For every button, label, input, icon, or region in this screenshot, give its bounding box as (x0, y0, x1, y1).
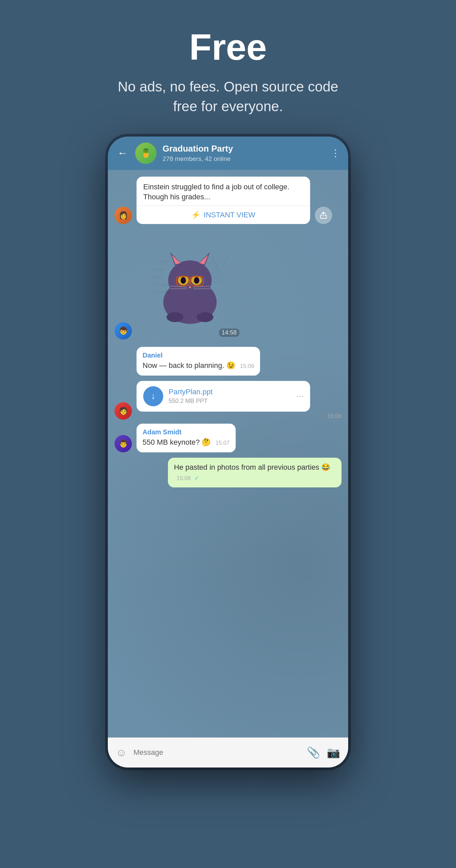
svg-point-19 (168, 260, 212, 301)
own-message: He pasted in photos from all previous pa… (115, 458, 341, 488)
phone-mockup: ← 🍍 Graduation Party 278 members, 42 onl… (108, 136, 348, 768)
hero-section: Free No ads, no fees. Open source code f… (101, 0, 355, 136)
daniel-bubble: Daniel Now — back to planning. 😉 15:06 (136, 347, 260, 376)
chat-header: ← 🍍 Graduation Party 278 members, 42 onl… (108, 136, 348, 170)
daniel-text: Now — back to planning. 😉 15:06 (143, 361, 254, 371)
own-text: He pasted in photos from all previous pa… (174, 462, 335, 483)
avatar-guy1: 👦 (115, 322, 132, 340)
phone-wrapper: ← 🍍 Graduation Party 278 members, 42 onl… (0, 136, 456, 781)
check-icon: ✓ (194, 475, 199, 482)
daniel-time: 15:06 (240, 363, 254, 369)
adam-text: 550 MB keynote? 🤔 15:07 (143, 437, 230, 448)
svg-point-37 (196, 312, 213, 322)
instant-view-label: INSTANT VIEW (204, 211, 255, 219)
article-text: Einstein struggled to find a job out of … (136, 177, 310, 206)
message-input[interactable] (133, 748, 300, 757)
avatar-guy3: 👨 (115, 435, 132, 452)
adam-time: 15:07 (215, 440, 230, 446)
input-bar: ☺ 📎 📷 (108, 738, 348, 768)
file-container: ↓ PartyPlan.ppt 550.2 MB PPT ⋯ 15:06 (136, 381, 341, 420)
group-name: Graduation Party (162, 144, 325, 154)
group-info: Graduation Party 278 members, 42 online (162, 144, 325, 163)
own-time: 15:08 (177, 475, 191, 482)
file-message: 🧑 ↓ PartyPlan.ppt 550.2 MB PPT ⋯ 15:06 (115, 381, 341, 420)
article-bubble: Einstein struggled to find a job out of … (136, 177, 310, 224)
svg-point-26 (181, 277, 186, 284)
share-icon (320, 211, 328, 219)
group-avatar-emoji: 🍍 (141, 148, 151, 158)
instant-view-button[interactable]: ⚡ INSTANT VIEW (136, 206, 310, 224)
more-button[interactable]: ⋮ (331, 148, 340, 159)
file-time: 15:06 (136, 413, 341, 420)
sender-daniel: Daniel (143, 351, 254, 359)
avatar-girl: 👩 (115, 207, 132, 224)
sender-adam: Adam Smidt (143, 428, 230, 436)
group-avatar: 🍍 (135, 143, 157, 164)
download-icon[interactable]: ↓ (143, 386, 163, 406)
article-message: 👩 Einstein struggled to find a job out o… (115, 177, 341, 224)
file-bubble: ↓ PartyPlan.ppt 550.2 MB PPT ⋯ (136, 381, 310, 412)
back-button[interactable]: ← (116, 146, 129, 161)
hero-subtitle: No ads, no fees. Open source code free f… (115, 77, 341, 117)
sticker-time: 14:58 (219, 329, 239, 337)
file-size: 550.2 MB PPT (169, 398, 213, 405)
camera-button[interactable]: 📷 (327, 746, 340, 759)
avatar-guy2: 🧑 (115, 402, 132, 420)
emoji-button[interactable]: ☺ (116, 746, 127, 759)
group-members: 278 members, 42 online (162, 155, 325, 163)
svg-point-27 (194, 277, 199, 284)
chat-body: 👩 Einstein struggled to find a job out o… (108, 170, 348, 738)
sticker-container: t = πr² A = θ V = l² P = 2πr A = πr² s =… (136, 233, 243, 340)
svg-point-36 (166, 312, 183, 322)
file-name: PartyPlan.ppt (169, 388, 213, 396)
adam-message: 👨 Adam Smidt 550 MB keynote? 🤔 15:07 (115, 424, 341, 452)
sticker-message: 👦 (115, 233, 341, 340)
attach-button[interactable]: 📎 (307, 746, 320, 759)
cat-sticker (153, 245, 227, 327)
share-button[interactable] (315, 207, 332, 224)
hero-title: Free (115, 27, 341, 67)
file-info: PartyPlan.ppt 550.2 MB PPT (169, 388, 213, 405)
cat-sticker-svg (153, 245, 227, 326)
adam-bubble: Adam Smidt 550 MB keynote? 🤔 15:07 (136, 424, 236, 452)
lightning-icon: ⚡ (191, 211, 200, 219)
file-menu-button[interactable]: ⋯ (296, 392, 303, 401)
own-bubble: He pasted in photos from all previous pa… (168, 458, 341, 488)
daniel-message: Daniel Now — back to planning. 😉 15:06 (115, 347, 341, 376)
